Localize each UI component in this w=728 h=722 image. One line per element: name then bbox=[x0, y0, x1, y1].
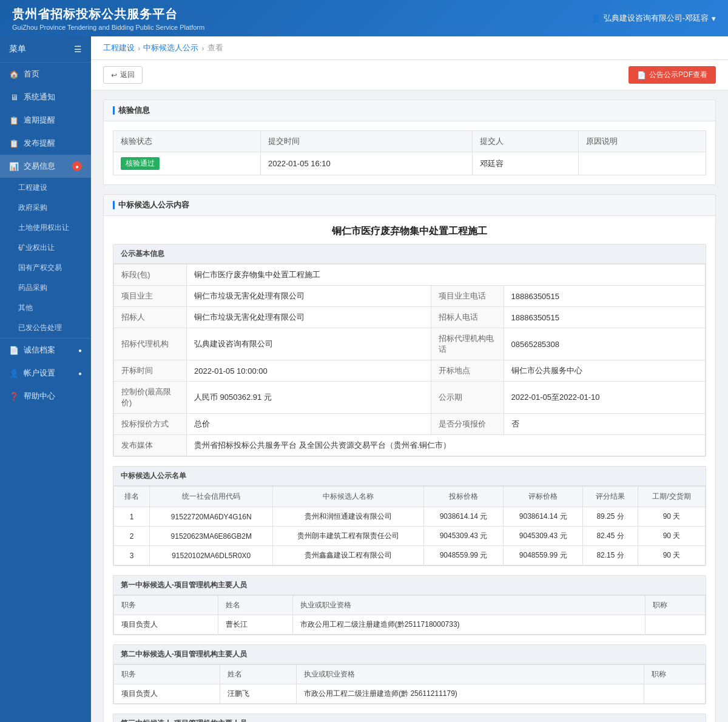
sidebar-item-system-notice-label: 系统通知 bbox=[24, 92, 55, 103]
cand-duration: 90 天 bbox=[638, 527, 706, 546]
value-item-bid: 否 bbox=[504, 414, 706, 435]
second-candidate-header-row: 职务 姓名 执业或职业资格 职称 bbox=[114, 665, 706, 684]
first-candidate-header-row: 职务 姓名 执业或职业资格 职称 bbox=[114, 596, 706, 615]
fc-col-title: 职称 bbox=[645, 596, 706, 615]
col-score: 评分结果 bbox=[583, 487, 638, 507]
sidebar-sub-state-label: 国有产权交易 bbox=[18, 263, 62, 272]
second-candidate-subsection: 第二中标候选人-项目管理机构主要人员 职务 姓名 执业或职业资格 职称 bbox=[113, 644, 706, 704]
cand-duration: 90 天 bbox=[638, 507, 706, 527]
label-bid-location: 开标地点 bbox=[431, 360, 504, 382]
sidebar-item-transaction-label: 交易信息 bbox=[24, 161, 55, 172]
cand-duration: 90 天 bbox=[638, 546, 706, 565]
verification-time: 2022-01-05 16:10 bbox=[261, 152, 473, 175]
verification-body: 核验状态 提交时间 提交人 原因说明 核验通过 2022 bbox=[104, 121, 715, 184]
sidebar-item-deadline[interactable]: 📋 逾期提醒 bbox=[0, 109, 91, 132]
col-submitter: 提交人 bbox=[472, 131, 578, 152]
basic-row-4: 开标时间 2022-01-05 10:00:00 开标地点 铜仁市公共服务中心 bbox=[114, 360, 706, 382]
sc-position: 项目负责人 bbox=[114, 684, 220, 704]
label-owner: 项目业主 bbox=[114, 286, 187, 307]
cand-score: 82.45 分 bbox=[583, 527, 638, 546]
verification-table: 核验状态 提交时间 提交人 原因说明 核验通过 2022 bbox=[113, 130, 706, 175]
candidates-header-row: 排名 统一社会信用代码 中标候选人名称 投标价格 评标价格 评分结果 工期/交货… bbox=[114, 487, 706, 507]
col-status: 核验状态 bbox=[113, 131, 261, 152]
label-segment: 标段(包) bbox=[114, 265, 187, 286]
value-pub-period: 2022-01-05至2022-01-10 bbox=[504, 382, 706, 414]
sidebar-sub-drug[interactable]: 药品采购 bbox=[0, 278, 91, 298]
sc-col-title: 职称 bbox=[644, 665, 705, 684]
basic-info-table: 标段(包) 铜仁市医疗废弃物集中处置工程施工 项目业主 铜仁市垃圾无害化处理有限… bbox=[113, 264, 706, 456]
account-expand-icon: ● bbox=[78, 370, 82, 377]
sidebar-sub-mineral[interactable]: 矿业权出让 bbox=[0, 238, 91, 258]
sidebar-item-publish[interactable]: 📋 发布提醒 bbox=[0, 132, 91, 155]
basic-row-2: 招标人 铜仁市垃圾无害化处理有限公司 招标人电话 18886350515 bbox=[114, 307, 706, 328]
user-icon: 👤 bbox=[591, 14, 601, 23]
user-name: 弘典建设咨询有限公司-邓廷容 bbox=[604, 13, 709, 24]
cand-score: 82.15 分 bbox=[583, 546, 638, 565]
sidebar-item-publish-label: 发布提醒 bbox=[24, 138, 55, 149]
sidebar-sub-state-property[interactable]: 国有产权交易 bbox=[0, 258, 91, 278]
sidebar-item-account[interactable]: 👤 帐户设置 ● bbox=[0, 362, 91, 385]
sidebar-item-home[interactable]: 🏠 首页 bbox=[0, 62, 91, 86]
col-reason: 原因说明 bbox=[578, 131, 706, 152]
fc-qualification: 市政公用工程二级注册建造师(黔2511718000733) bbox=[292, 615, 645, 635]
verification-title: 核验信息 bbox=[118, 105, 150, 116]
cand-code: 91522720MA6DY4G16N bbox=[150, 507, 273, 527]
label-agency-phone: 招标代理机构电话 bbox=[431, 328, 504, 360]
candidates-data-row: 3 91520102MA6DL5R0X0 贵州鑫鑫建设工程有限公司 904855… bbox=[114, 546, 706, 565]
site-title: 贵州省招标投标公共服务平台 bbox=[12, 6, 204, 22]
cand-code: 91520623MA6E86GB2M bbox=[150, 527, 273, 546]
sidebar-item-integrity-label: 诚信档案 bbox=[24, 345, 55, 356]
basic-info-subsection: 公示基本信息 标段(包) 铜仁市医疗废弃物集中处置工程施工 项目业主 铜仁 bbox=[113, 244, 706, 457]
publish-icon: 📋 bbox=[9, 138, 19, 148]
col-submit-time: 提交时间 bbox=[261, 131, 473, 152]
value-control-price: 人民币 9050362.91 元 bbox=[187, 382, 431, 414]
sidebar-sub-land-use[interactable]: 土地使用权出让 bbox=[0, 218, 91, 238]
third-candidate-subsection: 第三中标候选人-项目管理机构主要人员 职务 姓名 执业或职业资格 职称 bbox=[113, 714, 706, 722]
sidebar-item-deadline-label: 逾期提醒 bbox=[24, 115, 55, 126]
verification-reason bbox=[578, 152, 706, 175]
label-bid-method: 投标报价方式 bbox=[114, 414, 187, 435]
sidebar-sub-others[interactable]: 其他 bbox=[0, 298, 91, 318]
chevron-down-icon: ▾ bbox=[712, 14, 716, 23]
sidebar-sub-published[interactable]: 已发公告处理 bbox=[0, 318, 91, 338]
basic-info-header: 公示基本信息 bbox=[113, 245, 706, 264]
cand-name: 贵州朗丰建筑工程有限责任公司 bbox=[273, 527, 424, 546]
sidebar-item-transaction[interactable]: 📊 交易信息 ● bbox=[0, 155, 91, 178]
header-user-area[interactable]: 👤 弘典建设咨询有限公司-邓廷容 ▾ bbox=[591, 13, 716, 24]
pdf-icon: 📄 bbox=[637, 71, 646, 79]
announcement-section-header: 中标候选人公示内容 bbox=[104, 195, 715, 216]
sidebar-menu-header: 菜单 ☰ bbox=[0, 36, 91, 62]
breadcrumb-candidates[interactable]: 中标候选人公示 bbox=[143, 42, 198, 53]
breadcrumb-current: 查看 bbox=[207, 42, 223, 53]
back-button[interactable]: ↩ 返回 bbox=[103, 66, 143, 84]
candidates-header: 中标候选人公示名单 bbox=[113, 467, 706, 486]
pdf-button[interactable]: 📄 公告公示PDF查看 bbox=[629, 66, 716, 84]
value-owner-phone: 18886350515 bbox=[504, 286, 706, 307]
label-owner-phone: 项目业主电话 bbox=[431, 286, 504, 307]
sidebar-item-help-label: 帮助中心 bbox=[24, 391, 55, 402]
sidebar-item-help[interactable]: ❓ 帮助中心 bbox=[0, 385, 91, 408]
menu-label: 菜单 bbox=[9, 44, 26, 55]
verification-row: 核验通过 2022-01-05 16:10 邓廷容 bbox=[113, 152, 706, 175]
cand-code: 91520102MA6DL5R0X0 bbox=[150, 546, 273, 565]
header: 贵州省招标投标公共服务平台 GuiZhou Province Tendering… bbox=[0, 0, 728, 36]
verification-section-header: 核验信息 bbox=[104, 100, 715, 121]
sidebar-item-integrity[interactable]: 📄 诚信档案 ● bbox=[0, 339, 91, 362]
integrity-expand-icon: ● bbox=[78, 347, 82, 354]
sidebar-sub-mineral-label: 矿业权出让 bbox=[18, 243, 55, 252]
col-bid-price: 投标价格 bbox=[423, 487, 503, 507]
sidebar-sub-published-label: 已发公告处理 bbox=[18, 323, 62, 332]
label-tenderer: 招标人 bbox=[114, 307, 187, 328]
sidebar: 菜单 ☰ 🏠 首页 🖥 系统通知 📋 逾期提醒 📋 发布提醒 📊 交易信息 ● … bbox=[0, 36, 91, 722]
cand-bid-price: 9048559.99 元 bbox=[423, 546, 503, 565]
main-content: 工程建设 › 中标候选人公示 › 查看 ↩ 返回 📄 公告公示PDF查看 核验信… bbox=[91, 36, 728, 722]
cand-bid-price: 9038614.14 元 bbox=[423, 507, 503, 527]
breadcrumb: 工程建设 › 中标候选人公示 › 查看 bbox=[91, 36, 728, 60]
sidebar-item-system-notice[interactable]: 🖥 系统通知 bbox=[0, 86, 91, 109]
sidebar-sub-government-procurement[interactable]: 政府采购 bbox=[0, 198, 91, 218]
sidebar-sub-land-label: 土地使用权出让 bbox=[18, 223, 69, 232]
sidebar-sub-project-construction[interactable]: 工程建设 bbox=[0, 178, 91, 198]
breadcrumb-project[interactable]: 工程建设 bbox=[103, 42, 135, 53]
sc-title bbox=[644, 684, 705, 704]
header-branding: 贵州省招标投标公共服务平台 GuiZhou Province Tendering… bbox=[12, 6, 204, 31]
